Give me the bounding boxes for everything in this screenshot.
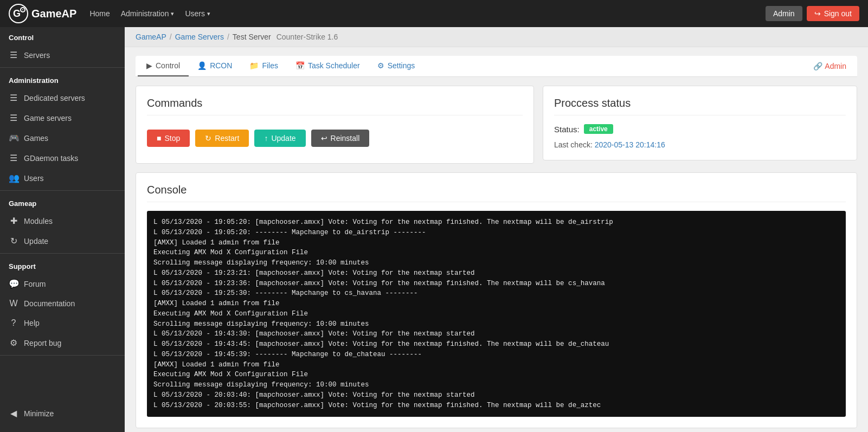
nav-home[interactable]: Home xyxy=(89,7,110,20)
stop-button[interactable]: ■ Stop xyxy=(147,130,190,147)
tabs-bar: ▶ Control 👤 RCON 📁 Files 📅 Task Schedule… xyxy=(136,56,857,77)
nav-users[interactable]: Users xyxy=(185,7,210,20)
main-content: GameAP / Game Servers / Test Server Coun… xyxy=(125,27,868,432)
games-icon: 🎮 xyxy=(9,133,18,143)
console-line: L 05/13/2020 - 19:45:39: -------- Mapcha… xyxy=(153,350,839,360)
page-content: ▶ Control 👤 RCON 📁 Files 📅 Task Schedule… xyxy=(125,47,868,432)
svg-text:G: G xyxy=(13,8,21,19)
reinstall-icon: ↩ xyxy=(321,134,327,143)
console-line: L 05/13/2020 - 20:03:40: [mapchooser.amx… xyxy=(153,390,839,401)
sidebar-control-title: Control xyxy=(0,27,125,45)
sidebar-gameap-title: Gameap xyxy=(0,193,125,211)
sidebar-divider-4 xyxy=(0,355,125,356)
minimize-icon: ◀ xyxy=(9,408,18,418)
stop-icon: ■ xyxy=(157,134,161,143)
breadcrumb-gameap[interactable]: GameAP xyxy=(136,33,166,41)
process-status-card: Proccess status Status: active Last chec… xyxy=(543,86,857,160)
tab-files[interactable]: 📁 Files xyxy=(241,56,287,76)
cards-row: Commands ■ Stop ↻ Restart ↑ Update xyxy=(136,86,857,164)
sidebar-divider-1 xyxy=(0,67,125,68)
commands-card: Commands ■ Stop ↻ Restart ↑ Update xyxy=(136,86,534,164)
console-line: L 05/13/2020 - 19:43:30: [mapchooser.amx… xyxy=(153,329,839,339)
console-line: Scrolling message displaying frequency: … xyxy=(153,319,839,330)
reinstall-button[interactable]: ↩ Reinstall xyxy=(311,130,370,147)
servers-icon: ☰ xyxy=(9,50,18,60)
sidebar-item-users[interactable]: 👥 Users xyxy=(0,168,125,188)
status-row: Status: active xyxy=(554,124,846,134)
restart-icon: ↻ xyxy=(205,134,211,143)
navbar-right: Admin ↪ Sign out xyxy=(766,6,859,21)
process-status-title: Proccess status xyxy=(554,97,846,115)
gdaemon-icon: ☰ xyxy=(9,153,18,163)
users-icon: 👥 xyxy=(9,173,18,183)
update-button[interactable]: ↑ Update xyxy=(254,130,305,147)
sidebar-item-servers[interactable]: ☰ Servers xyxy=(0,45,125,65)
last-check-time: 2020-05-13 20:14:16 xyxy=(595,140,665,149)
brand-text: GameAP xyxy=(31,8,76,20)
console-line: L 05/13/2020 - 19:43:45: [mapchooser.amx… xyxy=(153,339,839,350)
sidebar-item-games[interactable]: 🎮 Games xyxy=(0,128,125,148)
tab-scheduler-icon: 📅 xyxy=(295,61,305,70)
sidebar-item-modules[interactable]: ✚ Modules xyxy=(0,211,125,231)
signout-button[interactable]: ↪ Sign out xyxy=(807,6,859,21)
tab-task-scheduler[interactable]: 📅 Task Scheduler xyxy=(287,56,369,76)
forum-icon: 💬 xyxy=(9,279,18,289)
console-line: Scrolling message displaying frequency: … xyxy=(153,380,839,390)
breadcrumb-sep-2: / xyxy=(227,33,229,41)
bug-icon: ⚙ xyxy=(9,338,18,348)
sidebar-administration-title: Administration xyxy=(0,70,125,88)
nav-links: Home Administration Users xyxy=(89,7,766,20)
tab-settings[interactable]: ⚙ Settings xyxy=(369,56,424,76)
tab-rcon-icon: 👤 xyxy=(197,61,207,70)
modules-icon: ✚ xyxy=(9,216,18,226)
svg-point-4 xyxy=(22,9,23,10)
logo-icon: G xyxy=(9,4,28,23)
brand: G GameAP xyxy=(9,4,76,23)
breadcrumb-game-servers[interactable]: Game Servers xyxy=(175,33,224,41)
tab-rcon[interactable]: 👤 RCON xyxy=(189,56,241,76)
console-line: Executing AMX Mod X Configuration File xyxy=(153,248,839,258)
breadcrumb-current: Test Server xyxy=(233,33,271,41)
tab-control-icon: ▶ xyxy=(146,61,152,70)
sidebar-item-documentation[interactable]: W Documentation xyxy=(0,294,125,313)
sidebar: Control ☰ Servers Administration ☰ Dedic… xyxy=(0,27,125,432)
sidebar-item-forum[interactable]: 💬 Forum xyxy=(0,274,125,294)
sidebar-item-game-servers[interactable]: ☰ Game servers xyxy=(0,108,125,128)
tab-admin[interactable]: 🔗 Admin xyxy=(805,56,855,76)
cmd-buttons: ■ Stop ↻ Restart ↑ Update ↩ xyxy=(147,124,523,152)
game-servers-icon: ☰ xyxy=(9,113,18,123)
console-output[interactable]: L 05/13/2020 - 19:05:20: [mapchooser.amx… xyxy=(147,211,846,417)
sidebar-divider-2 xyxy=(0,190,125,191)
console-line: L 05/13/2020 - 19:23:21: [mapchooser.amx… xyxy=(153,268,839,279)
sidebar-item-help[interactable]: ? Help xyxy=(0,313,125,333)
sidebar-divider-3 xyxy=(0,253,125,254)
restart-button[interactable]: ↻ Restart xyxy=(195,130,249,147)
console-line: Executing AMX Mod X Configuration File xyxy=(153,309,839,319)
sidebar-item-report-bug[interactable]: ⚙ Report bug xyxy=(0,333,125,353)
tab-control[interactable]: ▶ Control xyxy=(138,56,189,76)
sidebar-item-gdaemon-tasks[interactable]: ☰ GDaemon tasks xyxy=(0,148,125,168)
help-icon: ? xyxy=(9,318,18,328)
console-card: Console L 05/13/2020 - 19:05:20: [mapcho… xyxy=(136,172,857,428)
sidebar-minimize[interactable]: ◀ Minimize xyxy=(0,403,125,423)
console-title: Console xyxy=(147,184,846,202)
console-line: L 05/13/2020 - 19:05:20: [mapchooser.amx… xyxy=(153,217,839,228)
breadcrumb-sep-1: / xyxy=(170,33,172,41)
tab-files-icon: 📁 xyxy=(249,61,259,70)
tab-settings-icon: ⚙ xyxy=(377,61,384,70)
sidebar-item-update[interactable]: ↻ Update xyxy=(0,231,125,251)
status-badge: active xyxy=(584,124,613,134)
dedicated-servers-icon: ☰ xyxy=(9,93,18,103)
layout: Control ☰ Servers Administration ☰ Dedic… xyxy=(0,27,868,432)
nav-administration[interactable]: Administration xyxy=(121,7,175,20)
sidebar-item-dedicated-servers[interactable]: ☰ Dedicated servers xyxy=(0,88,125,108)
console-line: L 05/13/2020 - 19:25:30: -------- Mapcha… xyxy=(153,288,839,299)
console-line: L 05/13/2020 - 19:23:36: [mapchooser.amx… xyxy=(153,279,839,289)
signout-icon: ↪ xyxy=(814,9,821,18)
navbar: G GameAP Home Administration Users Admin… xyxy=(0,0,868,27)
admin-button[interactable]: Admin xyxy=(766,6,802,21)
last-check-label: Last check: xyxy=(554,140,593,149)
console-line: [AMXX] Loaded 1 admin from file xyxy=(153,299,839,309)
breadcrumb: GameAP / Game Servers / Test Server Coun… xyxy=(125,27,868,47)
documentation-icon: W xyxy=(9,299,18,308)
